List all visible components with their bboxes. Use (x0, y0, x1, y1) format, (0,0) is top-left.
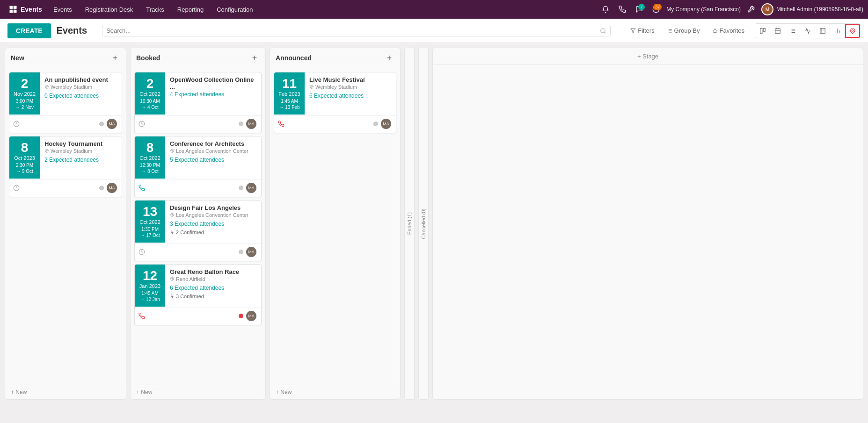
card-title: Conference for Architects (170, 140, 256, 147)
cards-announced: 11 Feb 2023 1:45 AM → 13 Feb Live Music … (270, 68, 400, 385)
phone-red-icon (278, 121, 284, 127)
calendar-view-btn[interactable] (770, 24, 785, 38)
view-switcher (755, 23, 861, 38)
svg-rect-0 (10, 6, 13, 9)
add-stage-button[interactable]: + Stage (433, 48, 863, 65)
nav-registration-desk[interactable]: Registration Desk (80, 3, 139, 16)
status-dot (99, 122, 104, 126)
card-footer: MA (135, 308, 261, 325)
clock-icon (13, 185, 20, 191)
svg-point-33 (852, 29, 853, 31)
top-nav: Events Events Registration Desk Tracks R… (0, 0, 868, 19)
col-header-booked: Booked + (131, 48, 265, 68)
date-time: 1:30 PM (141, 227, 159, 232)
user-info[interactable]: M Mitchell Admin (19905958-16-0-all) (761, 3, 863, 15)
user-name: Mitchell Admin (19905958-16-0-all) (776, 6, 863, 13)
kanban-view-btn[interactable] (755, 24, 770, 38)
nav-reporting[interactable]: Reporting (172, 3, 209, 16)
phone-icon[interactable] (616, 3, 629, 16)
nav-tracks[interactable]: Tracks (140, 3, 170, 16)
date-month: Feb 2023 (278, 91, 300, 97)
right-icons: MA (99, 182, 118, 194)
card-new-1[interactable]: 8 Oct 2023 2:30 PM → 9 Oct Hockey Tourna… (9, 136, 122, 197)
card-footer: MA (135, 115, 261, 133)
new-button-col-new[interactable]: + New (5, 385, 126, 399)
svg-rect-15 (760, 28, 762, 33)
date-end: → 9 Oct (16, 169, 33, 174)
user-avatar: M (761, 3, 773, 15)
card-title: Design Fair Los Angeles (170, 204, 256, 211)
col-add-booked[interactable]: + (249, 53, 260, 63)
venue-icon (170, 213, 175, 217)
app-icon[interactable]: Events (5, 5, 46, 14)
timer-icon[interactable]: 37 (649, 3, 663, 16)
svg-rect-2 (10, 10, 13, 13)
card-body-booked-3: Great Reno Ballon Race Reno Airfield 6 E… (165, 265, 261, 307)
activity-view-btn[interactable] (800, 24, 815, 38)
venue-icon (44, 85, 49, 89)
date-end: → 17 Oct (140, 233, 160, 238)
settings-icon[interactable] (744, 3, 758, 16)
card-attendees: 0 Expected attendees (44, 93, 117, 99)
card-body-announced-0: Live Music Festival Wembley Stadium 6 Ex… (305, 72, 396, 115)
card-avatar: MA (106, 182, 118, 194)
vertical-col-ended[interactable]: Ended (1) (404, 48, 415, 400)
svg-point-36 (46, 150, 48, 151)
card-attendees: 5 Expected attendees (170, 157, 256, 163)
right-icons: MA (239, 246, 257, 258)
confirmed-text: 3 Confirmed (176, 294, 204, 299)
card-booked-2[interactable]: 13 Oct 2022 1:30 PM → 17 Oct Design Fair… (134, 200, 262, 261)
status-dot (239, 186, 243, 190)
card-date-new-0: 2 Nov 2022 3:00 PM → 2 Nov (9, 72, 40, 115)
new-button-col-booked[interactable]: + New (131, 385, 265, 399)
card-new-0[interactable]: 2 Nov 2022 3:00 PM → 2 Nov An unpublishe… (9, 72, 122, 133)
phone-icon (139, 185, 145, 191)
new-button-col-announced[interactable]: + New (270, 385, 400, 399)
chat-badge: 7 (638, 4, 645, 10)
clock-icon (13, 121, 20, 127)
right-icons: MA (373, 118, 392, 130)
nav-events[interactable]: Events (48, 3, 78, 16)
filters-button[interactable]: Filters (626, 25, 659, 36)
date-time: 1:45 AM (141, 291, 159, 296)
date-month: Oct 2022 (139, 91, 160, 97)
search-bar[interactable] (102, 25, 611, 36)
card-booked-0[interactable]: 2 Oct 2022 10:30 AM → 4 Oct OpenWood Col… (134, 72, 262, 133)
chat-icon[interactable]: 7 (633, 3, 646, 16)
app-name: Events (21, 6, 42, 13)
card-date-booked-2: 13 Oct 2022 1:30 PM → 17 Oct (135, 201, 165, 243)
notifications-icon[interactable] (599, 3, 612, 16)
date-end: → 2 Nov (15, 105, 34, 110)
nav-configuration[interactable]: Configuration (211, 3, 258, 16)
card-title: An unpublished event (44, 76, 117, 83)
map-view-btn[interactable] (845, 24, 860, 38)
favorites-button[interactable]: Favorites (708, 25, 749, 36)
col-title-booked: Booked (136, 54, 160, 62)
card-booked-1[interactable]: 8 Oct 2022 12:30 PM → 8 Oct Conference f… (134, 136, 262, 197)
cards-booked: 2 Oct 2022 10:30 AM → 4 Oct OpenWood Col… (131, 68, 265, 385)
date-end: → 8 Oct (141, 169, 159, 174)
right-icons: MA (239, 118, 257, 130)
create-button[interactable]: CREATE (7, 23, 51, 38)
vertical-col-cancelled[interactable]: Cancelled (0) (418, 48, 429, 400)
svg-point-42 (172, 278, 173, 280)
company-name[interactable]: My Company (San Francisco) (666, 6, 741, 13)
card-avatar: MA (380, 118, 392, 130)
col-add-announced[interactable]: + (384, 53, 394, 63)
col-add-new[interactable]: + (110, 53, 120, 63)
vertical-label-ended: Ended (1) (405, 208, 414, 238)
card-venue: Reno Airfield (170, 276, 256, 282)
card-avatar: MA (106, 118, 118, 130)
card-announced-0[interactable]: 11 Feb 2023 1:45 AM → 13 Feb Live Music … (274, 72, 396, 133)
pivot-view-btn[interactable] (815, 24, 830, 38)
svg-line-6 (605, 32, 606, 33)
venue-text: Los Angeles Convention Center (176, 212, 248, 218)
search-input[interactable] (106, 27, 600, 34)
venue-text: Reno Airfield (176, 276, 205, 282)
list-view-btn[interactable] (785, 24, 800, 38)
card-date-booked-1: 8 Oct 2022 12:30 PM → 8 Oct (135, 136, 165, 179)
graph-view-btn[interactable] (830, 24, 845, 38)
card-booked-3[interactable]: 12 Jan 2023 1:45 AM → 12 Jan Great Reno … (134, 264, 262, 325)
groupby-button[interactable]: Group By (662, 25, 705, 36)
svg-rect-17 (775, 29, 780, 34)
